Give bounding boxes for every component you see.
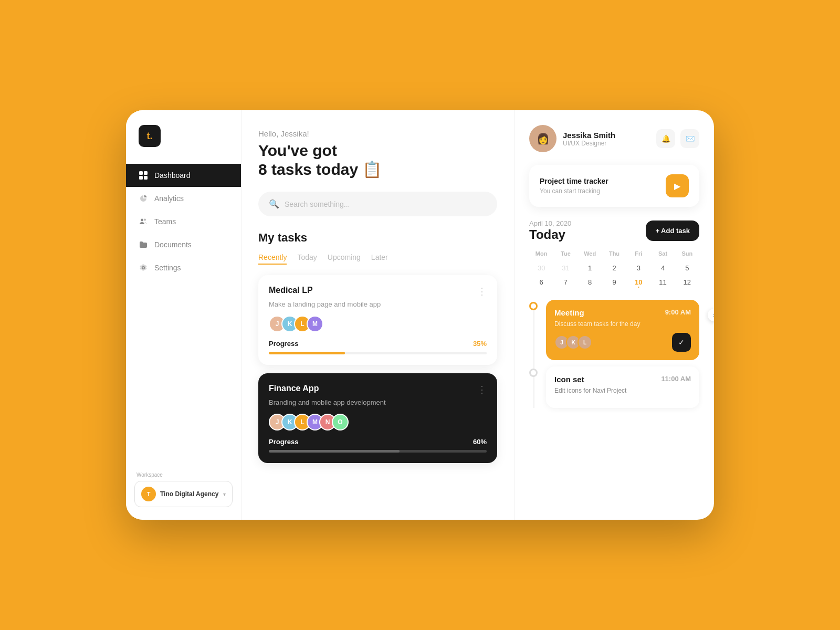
cal-header-sun: Sun bbox=[675, 250, 699, 257]
grid-icon bbox=[139, 171, 148, 180]
sidebar-item-label-dashboard: Dashboard bbox=[154, 171, 191, 180]
cal-day-31[interactable]: 31 bbox=[553, 261, 578, 275]
cal-day-7[interactable]: 7 bbox=[553, 275, 578, 289]
folder-icon bbox=[139, 240, 148, 249]
logo-area: t. bbox=[126, 125, 241, 164]
left-panel: Hello, Jessika! You've got 8 tasks today… bbox=[242, 110, 514, 520]
event-time-meeting: 9:00 AM bbox=[665, 308, 691, 317]
cal-day-6[interactable]: 6 bbox=[529, 275, 553, 289]
event-name-meeting: Meeting bbox=[554, 308, 584, 317]
user-actions: 🔔 ✉️ bbox=[656, 129, 699, 148]
workspace-selector[interactable]: T Tino Digital Agency ▾ bbox=[134, 481, 233, 507]
cal-header-mon: Mon bbox=[529, 250, 553, 257]
calendar-header: Mon Tue Wed Thu Fri Sat Sun bbox=[529, 250, 699, 257]
task-avatars-finance: J K L M N O bbox=[269, 414, 487, 430]
tab-later[interactable]: Later bbox=[371, 253, 388, 265]
time-tracker-card: Project time tracker You can start track… bbox=[529, 165, 699, 207]
tab-recently[interactable]: Recently bbox=[258, 253, 287, 265]
user-name: Jessika Smith bbox=[563, 131, 650, 140]
app-window: t. Dashboard Analytics bbox=[126, 110, 714, 520]
schedule: Meeting 9:00 AM Discuss team tasks for t… bbox=[529, 300, 699, 408]
tab-upcoming[interactable]: Upcoming bbox=[328, 253, 361, 265]
main-content: Hello, Jessika! You've got 8 tasks today… bbox=[242, 110, 714, 520]
messages-button[interactable]: ✉️ bbox=[680, 129, 699, 148]
cal-day-30[interactable]: 30 bbox=[529, 261, 553, 275]
svg-point-5 bbox=[144, 219, 146, 221]
event-card-iconset: Icon set 11:00 AM Edit icons for Navi Pr… bbox=[546, 366, 699, 408]
user-role: UI/UX Designer bbox=[563, 140, 650, 147]
date-header: April 10, 2020 Today + Add task bbox=[529, 219, 699, 242]
sidebar-item-teams[interactable]: Teams bbox=[126, 210, 241, 233]
calendar-week1: 30 31 1 2 3 4 5 bbox=[529, 261, 699, 275]
event-avatar: L bbox=[578, 335, 592, 350]
calendar: Mon Tue Wed Thu Fri Sat Sun 30 31 1 2 3 bbox=[529, 250, 699, 289]
cal-day-5[interactable]: 5 bbox=[675, 261, 699, 275]
task-card-medical: Medical LP ⋮ Make a landing page and mob… bbox=[258, 275, 497, 365]
workspace-label: Workspace bbox=[134, 472, 233, 478]
search-icon: 🔍 bbox=[269, 199, 279, 209]
notifications-button[interactable]: 🔔 bbox=[656, 129, 675, 148]
task-name-medical: Medical LP bbox=[269, 286, 313, 295]
progress-bar-finance bbox=[269, 450, 487, 453]
sidebar-item-settings[interactable]: Settings bbox=[126, 256, 241, 279]
sidebar: t. Dashboard Analytics bbox=[126, 110, 242, 520]
task-name-finance: Finance App bbox=[269, 384, 319, 393]
today-label: Today bbox=[529, 227, 571, 242]
task-desc-medical: Make a landing page and mobile app bbox=[269, 300, 487, 308]
cal-header-fri: Fri bbox=[626, 250, 650, 257]
cal-day-11[interactable]: 11 bbox=[650, 275, 675, 289]
check-button-meeting[interactable]: ✓ bbox=[672, 333, 691, 352]
app-logo: t. bbox=[139, 125, 161, 147]
cal-day-3[interactable]: 3 bbox=[626, 261, 650, 275]
pie-icon bbox=[139, 194, 148, 203]
tracker-info: Project time tracker You can start track… bbox=[540, 177, 608, 195]
play-button[interactable]: ▶ bbox=[666, 174, 689, 197]
headline: You've got 8 tasks today 📋 bbox=[258, 141, 497, 179]
event-time-iconset: 11:00 AM bbox=[661, 375, 691, 384]
scroll-next-icon[interactable]: › bbox=[708, 309, 714, 321]
cal-day-1[interactable]: 1 bbox=[578, 261, 602, 275]
avatar: O bbox=[332, 414, 349, 430]
search-input[interactable]: Search something... bbox=[285, 200, 350, 208]
user-details: Jessika Smith UI/UX Designer bbox=[563, 131, 650, 147]
add-task-button[interactable]: + Add task bbox=[646, 220, 699, 241]
right-panel: 👩 Jessika Smith UI/UX Designer 🔔 ✉️ Proj… bbox=[514, 110, 714, 520]
greeting-text: Hello, Jessika! bbox=[258, 129, 497, 138]
cal-day-12[interactable]: 12 bbox=[675, 275, 699, 289]
event-desc-meeting: Discuss team tasks for the day bbox=[554, 320, 691, 328]
cal-day-8[interactable]: 8 bbox=[578, 275, 602, 289]
cal-header-thu: Thu bbox=[602, 250, 626, 257]
cal-header-wed: Wed bbox=[578, 250, 602, 257]
task-options-finance[interactable]: ⋮ bbox=[477, 384, 487, 395]
cal-day-2[interactable]: 2 bbox=[602, 261, 626, 275]
progress-label-finance: Progress bbox=[269, 438, 298, 446]
sidebar-item-label-teams: Teams bbox=[154, 217, 176, 226]
chevron-down-icon: ▾ bbox=[223, 491, 226, 497]
sidebar-item-dashboard[interactable]: Dashboard bbox=[126, 164, 241, 187]
cal-day-9[interactable]: 9 bbox=[602, 275, 626, 289]
progress-fill-finance bbox=[269, 450, 400, 453]
cal-day-10[interactable]: 10 bbox=[626, 275, 650, 289]
tasks-section-title: My tasks bbox=[258, 231, 497, 245]
progress-bar-medical bbox=[269, 352, 487, 354]
progress-pct-medical: 35% bbox=[473, 340, 487, 348]
sidebar-item-documents[interactable]: Documents bbox=[126, 233, 241, 256]
task-options-medical[interactable]: ⋮ bbox=[477, 286, 487, 297]
calendar-week2: 6 7 8 9 10 11 12 bbox=[529, 275, 699, 289]
cal-day-4[interactable]: 4 bbox=[650, 261, 675, 275]
tab-today[interactable]: Today bbox=[297, 253, 317, 265]
date-label: April 10, 2020 bbox=[529, 219, 571, 227]
event-avatars-meeting: J K L bbox=[554, 335, 589, 350]
search-bar[interactable]: 🔍 Search something... bbox=[258, 192, 497, 216]
sidebar-item-analytics[interactable]: Analytics bbox=[126, 187, 241, 210]
progress-label-medical: Progress bbox=[269, 340, 298, 348]
task-avatars-medical: J K L M bbox=[269, 316, 487, 332]
svg-rect-0 bbox=[139, 171, 143, 175]
workspace-avatar: T bbox=[141, 487, 156, 501]
tasks-tabs: Recently Today Upcoming Later bbox=[258, 253, 497, 265]
content-area: Hello, Jessika! You've got 8 tasks today… bbox=[242, 110, 714, 520]
cal-header-tue: Tue bbox=[553, 250, 578, 257]
svg-point-4 bbox=[141, 219, 143, 222]
task-desc-finance: Branding and mobile app development bbox=[269, 398, 487, 406]
progress-pct-finance: 60% bbox=[473, 438, 487, 446]
